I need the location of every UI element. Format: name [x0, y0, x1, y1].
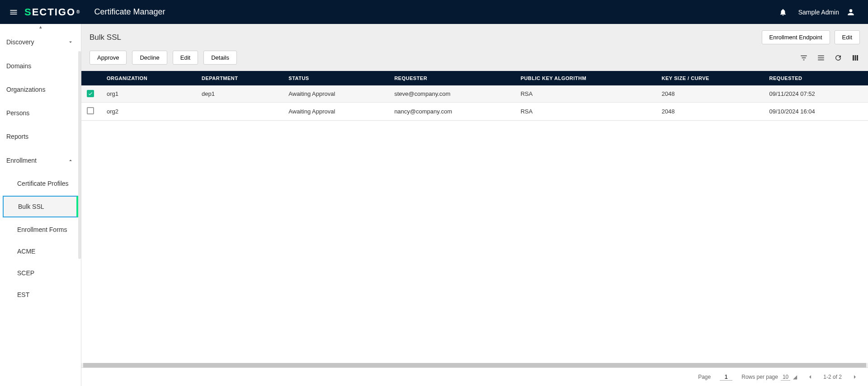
- brand-logo: SECTIGO®: [24, 6, 80, 18]
- sidebar-item-discovery[interactable]: Discovery: [0, 30, 81, 54]
- sidebar-subitem-est[interactable]: EST: [0, 284, 81, 306]
- columns-icon: [851, 54, 859, 62]
- bulk-ssl-table: ORGANIZATION DEPARTMENT STATUS REQUESTER…: [81, 71, 868, 121]
- col-public-key-algorithm[interactable]: PUBLIC KEY ALGORITHM: [515, 71, 656, 85]
- page-header: Bulk SSL Enrollment Endpoint Edit: [81, 24, 868, 51]
- col-organization[interactable]: ORGANIZATION: [101, 71, 196, 85]
- dropdown-triangle-icon[interactable]: ◢: [793, 374, 797, 380]
- notifications-button[interactable]: [775, 8, 791, 16]
- sidebar-item-reports[interactable]: Reports: [0, 125, 81, 148]
- app-header: SECTIGO® Certificate Manager Sample Admi…: [0, 0, 868, 24]
- table-container: ORGANIZATION DEPARTMENT STATUS REQUESTER…: [81, 71, 868, 363]
- brand-logo-s: S: [24, 6, 32, 18]
- sidebar-subitem-scep[interactable]: SCEP: [0, 262, 81, 284]
- sidebar-item-persons[interactable]: Persons: [0, 101, 81, 125]
- scroll-up-indicator[interactable]: ▴: [0, 24, 81, 30]
- sidebar-item-label: Enrollment: [6, 157, 37, 164]
- col-requested[interactable]: REQUESTED: [764, 71, 868, 85]
- main-content: Bulk SSL Enrollment Endpoint Edit Approv…: [81, 24, 868, 386]
- sidebar-subitem-label: SCEP: [17, 269, 34, 277]
- rows-per-page-value[interactable]: 10: [781, 374, 790, 381]
- list-icon: [817, 54, 825, 62]
- cell-requester: nancy@company.com: [389, 103, 515, 121]
- chevron-up-icon: [66, 156, 75, 165]
- edit-button[interactable]: Edit: [173, 51, 198, 65]
- sidebar-subitem-label: EST: [17, 291, 29, 298]
- decline-button[interactable]: Decline: [132, 51, 167, 65]
- prev-page-button[interactable]: [806, 373, 814, 381]
- enrollment-endpoint-button[interactable]: Enrollment Endpoint: [762, 30, 830, 44]
- cell-requested: 09/11/2024 07:52: [764, 85, 868, 103]
- page-label: Page: [698, 374, 711, 380]
- cell-organization: org1: [101, 85, 196, 103]
- app-title: Certificate Manager: [94, 7, 165, 17]
- cell-requester: steve@company.com: [389, 85, 515, 103]
- col-requester[interactable]: REQUESTER: [389, 71, 515, 85]
- table-row[interactable]: org1 dep1 Awaiting Approval steve@compan…: [81, 85, 868, 103]
- brand-logo-reg: ®: [76, 9, 80, 14]
- sidebar-item-domains[interactable]: Domains: [0, 54, 81, 78]
- cell-department: dep1: [196, 85, 283, 103]
- sidebar-item-label: Reports: [6, 133, 28, 140]
- refresh-icon: [834, 54, 842, 62]
- sidebar-item-label: Persons: [6, 109, 29, 117]
- cell-department: [196, 103, 283, 121]
- table-row[interactable]: org2 Awaiting Approval nancy@company.com…: [81, 103, 868, 121]
- cell-status: Awaiting Approval: [283, 103, 389, 121]
- sidebar-item-label: Discovery: [6, 38, 34, 46]
- sidebar-subitem-bulk-ssl[interactable]: Bulk SSL: [3, 196, 78, 217]
- sidebar-item-label: Organizations: [6, 86, 45, 93]
- col-key-size[interactable]: KEY SIZE / CURVE: [656, 71, 764, 85]
- rows-per-page-label: Rows per page: [741, 374, 778, 380]
- cell-keysize: 2048: [656, 103, 764, 121]
- chevron-down-icon: [66, 38, 75, 46]
- next-page-button[interactable]: [851, 373, 859, 381]
- sidebar-nav: ▴ Discovery Domains Organizations Person…: [0, 24, 81, 386]
- approve-button[interactable]: Approve: [90, 51, 127, 65]
- details-button[interactable]: Details: [203, 51, 237, 65]
- chevron-right-icon: [851, 373, 859, 381]
- list-view-button[interactable]: [816, 53, 826, 62]
- sidebar-subitem-certificate-profiles[interactable]: Certificate Profiles: [0, 173, 81, 194]
- page-range: 1-2 of 2: [823, 374, 842, 380]
- sidebar-subitem-label: Certificate Profiles: [17, 180, 69, 187]
- col-department[interactable]: DEPARTMENT: [196, 71, 283, 85]
- action-toolbar: Approve Decline Edit Details: [81, 51, 868, 71]
- user-name[interactable]: Sample Admin: [798, 9, 839, 16]
- cell-requested: 09/10/2024 16:04: [764, 103, 868, 121]
- check-icon: [88, 91, 93, 96]
- filter-icon: [800, 54, 808, 62]
- sidebar-subitem-enrollment-forms[interactable]: Enrollment Forms: [0, 219, 81, 240]
- sidebar-subitem-label: Enrollment Forms: [17, 226, 67, 233]
- cell-organization: org2: [101, 103, 196, 121]
- brand-logo-rest: ECTIGO: [32, 6, 75, 18]
- edit-header-button[interactable]: Edit: [835, 30, 860, 44]
- menu-icon: [9, 8, 18, 17]
- refresh-button[interactable]: [834, 53, 843, 62]
- sidebar-item-enrollment[interactable]: Enrollment: [0, 148, 81, 173]
- row-checkbox[interactable]: [87, 107, 94, 114]
- cell-pka: RSA: [515, 85, 656, 103]
- row-checkbox[interactable]: [87, 90, 94, 97]
- user-menu-button[interactable]: [843, 8, 859, 17]
- table-header-row: ORGANIZATION DEPARTMENT STATUS REQUESTER…: [81, 71, 868, 85]
- cell-status: Awaiting Approval: [283, 85, 389, 103]
- col-status[interactable]: STATUS: [283, 71, 389, 85]
- bell-icon: [779, 8, 787, 16]
- page-number-input[interactable]: [720, 373, 732, 381]
- sidebar-subitem-label: ACME: [17, 248, 35, 255]
- chevron-left-icon: [807, 373, 814, 381]
- sidebar-scrollbar[interactable]: [78, 51, 81, 259]
- sidebar-subitem-acme[interactable]: ACME: [0, 240, 81, 262]
- horizontal-scrollbar[interactable]: [83, 363, 866, 367]
- sidebar-item-organizations[interactable]: Organizations: [0, 78, 81, 101]
- sidebar-item-label: Domains: [6, 62, 31, 70]
- hamburger-menu-button[interactable]: [5, 4, 22, 20]
- pagination-bar: Page Rows per page 10 ◢ 1-2 of 2: [81, 367, 868, 386]
- columns-button[interactable]: [851, 53, 860, 62]
- page-title: Bulk SSL: [90, 33, 121, 42]
- cell-pka: RSA: [515, 103, 656, 121]
- col-checkbox: [81, 71, 101, 85]
- filter-button[interactable]: [799, 53, 808, 62]
- sidebar-subitem-label: Bulk SSL: [18, 203, 44, 210]
